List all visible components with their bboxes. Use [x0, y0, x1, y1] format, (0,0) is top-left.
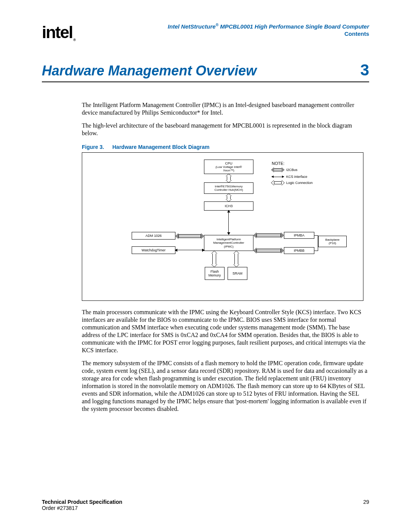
bus-arrow-cpu-mch	[226, 174, 231, 182]
page-header: intel® Intel NetStructure® MPCBL0001 Hig…	[42, 23, 369, 42]
chapter-number: 3	[360, 61, 369, 79]
logic-arrow-flash	[212, 251, 217, 267]
paragraph-1: The Intelligent Platform Management Cont…	[82, 101, 369, 117]
body-section-2: The main processors communicate with the…	[82, 308, 369, 413]
ipmba-text: IPMBA	[294, 233, 304, 237]
mch-line1: Intel®E7501Memory	[215, 185, 242, 188]
figure-label: Figure 3.	[82, 144, 104, 150]
i2c-arrow-ipmbb	[253, 248, 284, 253]
doc-title: Intel NetStructure® MPCBL0001 High Perfo…	[168, 23, 369, 30]
registered-mark: ®	[73, 38, 75, 42]
cpu-block: CPU (Low Voltage Intel® Xeon™)	[204, 160, 253, 174]
ipmc-block: IntelligentPlatform ManagementController…	[204, 235, 253, 251]
footer-order: Order #273817	[42, 505, 78, 511]
logo-text: intel	[42, 23, 72, 42]
arrowhead-l	[175, 249, 177, 252]
kcs-arrowhead-up	[227, 210, 230, 212]
i2c-arrow-ipmba	[253, 233, 284, 238]
header-right: Intel NetStructure® MPCBL0001 High Perfo…	[168, 23, 369, 37]
kcs-line	[228, 211, 229, 234]
registered-mark: ®	[216, 23, 218, 27]
line-bp-vert	[318, 235, 318, 251]
chapter-heading: Hardware Management Overview 3	[42, 61, 369, 82]
adm1026-block: ADM 1026	[132, 232, 175, 240]
legend-i2c-text: I2CBus	[286, 168, 298, 172]
doc-title-post: MPCBL0001 High Performance Single Board …	[218, 23, 369, 30]
sram-text: SRAM	[233, 272, 242, 275]
figure-caption: Figure 3. Hardware Management Block Diag…	[82, 144, 369, 150]
logic-arrow-sram	[234, 251, 239, 267]
flash-l1: Flash	[210, 270, 219, 273]
cpu-line2: (Low Voltage Intel®	[215, 165, 242, 169]
intel-logo: intel®	[42, 23, 75, 42]
legend-i2c: I2CBus	[272, 168, 298, 172]
bus-arrow-mch-ich	[226, 194, 231, 201]
i2c-bus-icon	[272, 168, 284, 172]
legend-logic-text: Logic Connection	[286, 181, 313, 185]
cpu-line3: Xeon™)	[223, 169, 234, 172]
page-number: 29	[363, 499, 369, 511]
doc-title-pre: Intel NetStructure	[168, 23, 216, 30]
legend-kcs: KCS interface	[272, 175, 307, 179]
note-label: NOTE:	[272, 161, 285, 166]
paragraph-2: The high-level architecture of the baseb…	[82, 122, 369, 137]
i2c-arrow-adm	[175, 233, 204, 239]
chapter-title: Hardware Management Overview	[42, 63, 256, 79]
legend-kcs-text: KCS interface	[286, 175, 307, 179]
figure-title: Hardware Management Block Diagram	[112, 144, 209, 150]
backplane-l1: Backplane	[325, 238, 339, 241]
paragraph-4: The memory subsystem of the IPMC consist…	[82, 359, 369, 413]
block-diagram: CPU (Low Voltage Intel® Xeon™) Intel®E75…	[82, 152, 363, 301]
paragraph-3: The main processors communicate with the…	[82, 308, 369, 354]
flash-block: Flash Memory	[205, 267, 225, 280]
ipmc-l2: ManagementController	[213, 241, 244, 244]
flash-l2: Memory	[209, 273, 221, 277]
footer-left: Technical Product Specification Order #2…	[42, 499, 122, 511]
backplane-block: Backplane (P10)	[318, 236, 347, 247]
ipmba-block: IPMBA	[284, 232, 314, 239]
logic-connection-icon	[272, 181, 284, 185]
cpu-line1: CPU	[225, 161, 232, 165]
contents-link[interactable]: Contents	[168, 30, 369, 37]
body-section-1: The Intelligent Platform Management Cont…	[82, 101, 369, 137]
page-footer: Technical Product Specification Order #2…	[42, 499, 369, 511]
mch-block: Intel®E7501Memory Controller Hub(MCH)	[204, 182, 253, 194]
ipmbb-text: IPMBB	[294, 249, 304, 252]
arrowhead-r	[202, 249, 205, 252]
ich3-block: ICH3	[204, 201, 253, 211]
legend-logic: Logic Connection	[272, 181, 313, 185]
footer-spec: Technical Product Specification	[42, 499, 122, 505]
ich3-text: ICH3	[225, 204, 233, 208]
adm1026-text: ADM 1026	[145, 234, 162, 238]
watchdog-block: WatchdogTimer	[132, 246, 175, 254]
ipmbb-block: IPMBB	[284, 247, 314, 254]
ipmc-l3: (IPMC)	[224, 245, 233, 248]
kcs-interface-icon	[272, 177, 284, 177]
ipmc-l1: IntelligentPlatform	[217, 238, 241, 241]
kcs-arrowhead-down	[227, 232, 230, 235]
mch-line2: Controller Hub(MCH)	[214, 188, 243, 192]
kcs-line-watchdog	[175, 250, 204, 250]
backplane-l2: (P10)	[329, 241, 336, 245]
watchdog-text: WatchdogTimer	[142, 248, 166, 252]
sram-block: SRAM	[228, 267, 247, 280]
